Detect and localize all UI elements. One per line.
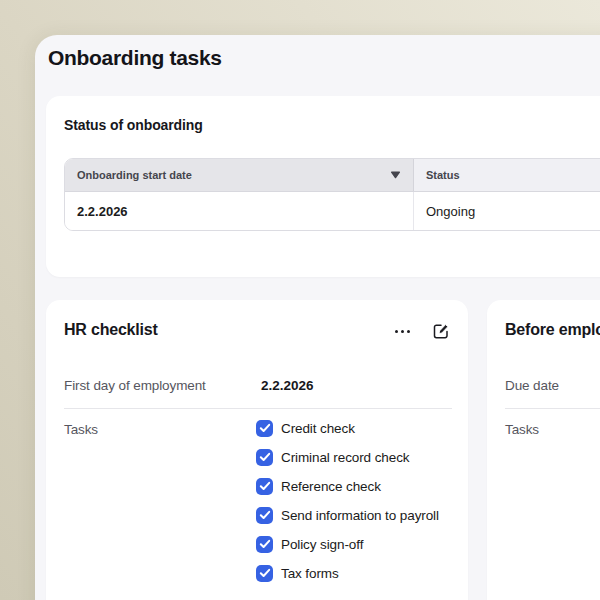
checkbox-checked-icon[interactable] bbox=[256, 478, 273, 495]
more-options-button[interactable] bbox=[395, 330, 410, 333]
tasks-label: Tasks bbox=[64, 422, 98, 437]
checkbox-checked-icon[interactable] bbox=[256, 449, 273, 466]
first-day-value: 2.2.2026 bbox=[261, 378, 314, 393]
onboarding-status-table: Onboarding start date Status 2.2.2026 On… bbox=[64, 158, 600, 231]
hr-card-actions bbox=[395, 322, 450, 340]
pencil-square-icon bbox=[432, 322, 450, 340]
task-item[interactable]: Credit check bbox=[256, 418, 450, 438]
task-item[interactable]: Tax forms bbox=[256, 563, 450, 583]
cell-onboarding-start-date: 2.2.2026 bbox=[65, 192, 414, 230]
task-label: Tax forms bbox=[281, 565, 339, 582]
hr-checklist-title: HR checklist bbox=[64, 321, 158, 339]
first-day-label: First day of employment bbox=[64, 378, 206, 393]
divider bbox=[64, 408, 452, 409]
before-card-title: Before employment bbox=[505, 321, 600, 339]
checkbox-checked-icon[interactable] bbox=[256, 420, 273, 437]
task-label: Credit check bbox=[281, 420, 355, 437]
task-label: Criminal record check bbox=[281, 449, 409, 466]
main-panel: Onboarding tasks Status of onboarding On… bbox=[35, 35, 600, 600]
task-item[interactable]: Send information to payroll bbox=[256, 505, 450, 525]
column-header-status[interactable]: Status bbox=[414, 159, 600, 191]
before-employment-card: Before employment Due date Tasks bbox=[487, 300, 600, 600]
status-card-title: Status of onboarding bbox=[64, 117, 203, 133]
divider bbox=[505, 408, 600, 409]
edit-button[interactable] bbox=[432, 322, 450, 340]
table-row: 2.2.2026 Ongoing bbox=[65, 192, 600, 230]
checkbox-checked-icon[interactable] bbox=[256, 565, 273, 582]
column-header-label: Status bbox=[426, 169, 460, 181]
task-item[interactable]: Criminal record check bbox=[256, 447, 450, 467]
task-label: Policy sign-off bbox=[281, 536, 363, 553]
column-header-label: Onboarding start date bbox=[77, 169, 192, 181]
cell-status: Ongoing bbox=[414, 192, 600, 230]
task-item[interactable]: Policy sign-off bbox=[256, 534, 450, 554]
checkbox-checked-icon[interactable] bbox=[256, 536, 273, 553]
page-title: Onboarding tasks bbox=[48, 46, 222, 70]
horizontal-ellipsis-icon bbox=[395, 330, 410, 333]
sort-triangle-icon[interactable] bbox=[390, 171, 401, 179]
table-header-row: Onboarding start date Status bbox=[65, 159, 600, 192]
tasks-label: Tasks bbox=[505, 422, 539, 437]
checkbox-checked-icon[interactable] bbox=[256, 507, 273, 524]
task-label: Reference check bbox=[281, 478, 381, 495]
due-date-label: Due date bbox=[505, 378, 559, 393]
column-header-onboarding-start-date[interactable]: Onboarding start date bbox=[65, 159, 414, 191]
task-item[interactable]: Send information to payroll Reference ch… bbox=[256, 476, 450, 496]
hr-tasks-list: Credit check Criminal record check Send … bbox=[256, 418, 450, 583]
status-of-onboarding-card: Status of onboarding Onboarding start da… bbox=[46, 96, 600, 277]
hr-checklist-card: HR checklist First day of employment 2.2… bbox=[46, 300, 468, 600]
task-label: Send information to payroll bbox=[281, 507, 439, 524]
